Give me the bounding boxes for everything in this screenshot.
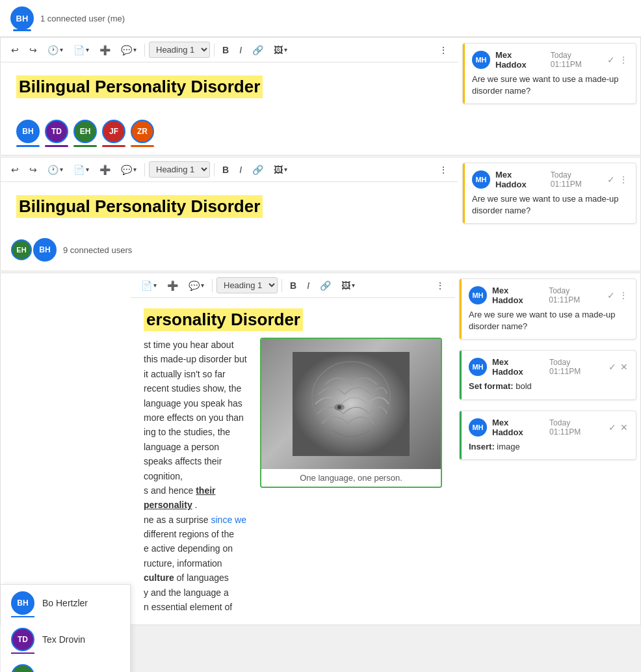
image-caption: One language, one person. — [261, 469, 441, 487]
set-format-label: Set format: — [469, 381, 514, 391]
more-button[interactable]: ⋮ — [435, 42, 452, 58]
connected-users-text: 1 connected user (me) — [40, 14, 125, 23]
insert-label: Insert: — [469, 442, 495, 451]
comment-actions-3-1: ✓ ⋮ — [607, 290, 628, 301]
avatars-row-1: BH TD EH JF ZR — [1, 114, 458, 155]
editor-content-1[interactable]: Bilingual Personality Disorder — [1, 62, 458, 114]
undo-button-2[interactable]: ↩ — [7, 162, 23, 178]
editor-content-3[interactable]: ersonality Disorder — [131, 298, 455, 625]
sidebar-name-TD: Tex Drovin — [42, 634, 85, 645]
sidebar-item-2[interactable]: EH Em Hamm — [1, 658, 130, 672]
top-bar: BH 1 connected user (me) — [0, 0, 641, 37]
bold-button-3[interactable]: B — [286, 278, 300, 293]
check-icon[interactable]: ✓ — [607, 55, 615, 65]
comment-actions-3-3: ✓ ✕ — [608, 422, 628, 433]
comment-header-1: MH Mex Haddox Today 01:11PM ✓ ⋮ — [472, 50, 628, 70]
bold-button[interactable]: B — [218, 42, 233, 58]
comment-time-3-2: Today 01:11PM — [549, 358, 603, 376]
italic-button-2[interactable]: I — [235, 162, 246, 178]
comment-text-3-3: Insert: image — [469, 441, 628, 453]
sidebar-item-0[interactable]: BH Bo Hertzler — [1, 585, 130, 621]
commenter-avatar-3-1: MH — [469, 286, 487, 304]
sidebar-item-1[interactable]: TD Tex Drovin — [1, 621, 130, 658]
format-button[interactable]: 📄 ▾ — [70, 42, 93, 58]
link-button-3[interactable]: 🔗 — [316, 278, 335, 293]
commenter-avatar-3-3: MH — [469, 418, 487, 437]
avatar-EH: EH — [73, 120, 97, 147]
connected-count: 9 connected users — [63, 245, 132, 255]
image-button-3[interactable]: 🖼 ▾ — [337, 278, 359, 293]
comment-actions: ✓ ⋮ — [607, 55, 628, 65]
redo-button-2[interactable]: ↪ — [25, 162, 41, 178]
comment-button-2[interactable]: 💬 ▾ — [117, 162, 140, 178]
more-icon[interactable]: ⋮ — [619, 55, 628, 65]
user-avatar: BH — [10, 7, 34, 30]
brain-image — [261, 339, 441, 469]
undo-button[interactable]: ↩ — [7, 42, 23, 58]
comment-time-2: Today 01:11PM — [551, 170, 602, 189]
comment-border — [463, 44, 465, 103]
more-icon-3-1[interactable]: ⋮ — [619, 290, 628, 301]
avatar-TD: TD — [45, 120, 68, 147]
avatar-BH2: BH — [33, 238, 57, 262]
link-button-2[interactable]: 🔗 — [248, 162, 267, 178]
heading-select-2[interactable]: Heading 1 — [149, 161, 210, 178]
comment-panel-3: MH Mex Haddox Today 01:11PM ✓ ⋮ Are we s… — [455, 273, 640, 625]
comment-text-1: Are we sure we want to use a made-up dis… — [472, 74, 628, 97]
comment-button[interactable]: 💬 ▾ — [117, 42, 140, 58]
check-icon-3-2[interactable]: ✓ — [608, 362, 616, 372]
italic-button[interactable]: I — [235, 42, 246, 58]
editor-2: ↩ ↪ 🕐 ▾ 📄 ▾ ➕ 💬 ▾ Heading 1 B I 🔗 🖼 ▾ ⋮ — [1, 157, 458, 271]
sidebar-avatar-EH: EH — [11, 664, 34, 672]
close-icon-3-2[interactable]: ✕ — [620, 362, 628, 372]
avatar-JF: JF — [102, 120, 125, 147]
avatar-EH2: EH — [11, 239, 32, 260]
comment-1: MH Mex Haddox Today 01:11PM ✓ ⋮ Are we s… — [462, 43, 636, 104]
more-button-2[interactable]: ⋮ — [435, 162, 452, 178]
bold-culture: culture — [144, 572, 174, 583]
more-button-3[interactable]: ⋮ — [432, 278, 449, 293]
heading-select-1[interactable]: Heading 1 Heading 2 Normal — [149, 42, 210, 58]
connected-row: EH BH 9 connected users — [1, 234, 458, 265]
close-icon-3-3[interactable]: ✕ — [620, 422, 628, 433]
comment-3-2: MH Mex Haddox Today 01:11PM ✓ ✕ Set form… — [459, 350, 636, 399]
insert-button-3[interactable]: ➕ — [163, 278, 182, 293]
avatar-ZR: ZR — [131, 120, 154, 147]
commenter-avatar-2: MH — [472, 170, 490, 189]
check-icon-2[interactable]: ✓ — [607, 174, 615, 185]
editor-content-2[interactable]: Bilingual Personality Disorder — [1, 182, 458, 234]
italic-button-3[interactable]: I — [303, 278, 313, 293]
comment-author-3-1: Mex Haddox — [492, 286, 541, 305]
format-button-3[interactable]: 📄 ▾ — [137, 278, 161, 293]
heading-select-3[interactable]: Heading 1 — [216, 277, 278, 293]
image-button-2[interactable]: 🖼 ▾ — [270, 162, 291, 178]
comment-actions-3-2: ✓ ✕ — [608, 362, 628, 372]
comment-border-3-3 — [460, 411, 462, 459]
doc-title-1[interactable]: Bilingual Personality Disorder — [16, 75, 263, 98]
comment-text-3-2: Set format: bold — [469, 381, 628, 392]
comment-time-3-3: Today 01:11PM — [549, 418, 603, 437]
format-button-2[interactable]: 📄 ▾ — [70, 162, 93, 178]
bold-button-2[interactable]: B — [218, 162, 233, 178]
insert-button[interactable]: ➕ — [96, 42, 114, 58]
separator-2 — [144, 163, 145, 176]
separator — [144, 44, 145, 57]
comment-time: Today 01:11PM — [551, 51, 602, 69]
toolbar-1: ↩ ↪ 🕐 ▾ 📄 ▾ ➕ 💬 ▾ Heading 1 Heading 2 No… — [1, 38, 458, 62]
sidebar-avatar-BH: BH — [11, 591, 34, 615]
check-icon-3-3[interactable]: ✓ — [608, 422, 616, 433]
check-icon-3-1[interactable]: ✓ — [607, 290, 615, 301]
doc-title-2[interactable]: Bilingual Personality Disorder — [16, 195, 263, 218]
insert-button-2[interactable]: ➕ — [96, 162, 114, 178]
image-button[interactable]: 🖼 ▾ — [270, 42, 291, 58]
comment-button-3[interactable]: 💬 ▾ — [185, 278, 208, 293]
link-button[interactable]: 🔗 — [248, 42, 267, 58]
more-icon-2[interactable]: ⋮ — [619, 174, 628, 185]
redo-button[interactable]: ↪ — [25, 42, 41, 58]
history-button[interactable]: 🕐 ▾ — [44, 42, 67, 58]
commenter-avatar: MH — [472, 51, 490, 69]
comment-header-3-2: MH Mex Haddox Today 01:11PM ✓ ✕ — [469, 357, 628, 377]
commenter-avatar-3-2: MH — [469, 358, 487, 376]
history-button-2[interactable]: 🕐 ▾ — [44, 162, 67, 178]
separator — [214, 44, 215, 57]
